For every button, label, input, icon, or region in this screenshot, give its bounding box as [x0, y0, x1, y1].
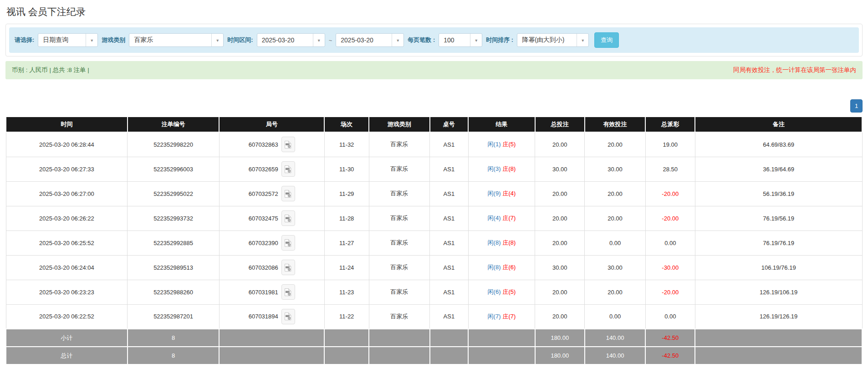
video-replay-button[interactable] — [281, 210, 295, 226]
filter-panel: 请选择: 日期查询 ▾ 游戏类别 百家乐 ▾ 时间区间: 2025-03-20 … — [5, 24, 863, 56]
cell-payout: -20.00 — [645, 181, 695, 206]
header-valid-bet: 有效投注 — [585, 117, 645, 132]
sort-select[interactable]: 降幂(由大到小) ▾ — [517, 33, 589, 47]
cell-total-bet[interactable]: 20.00 — [535, 132, 585, 157]
cell-game-type: 百家乐 — [369, 157, 429, 181]
cell-payout: -20.00 — [645, 280, 695, 304]
subtotal-empty — [324, 329, 369, 347]
game-type-select[interactable]: 百家乐 ▾ — [129, 33, 224, 47]
video-replay-button[interactable] — [281, 137, 295, 152]
header-session: 场次 — [324, 117, 369, 132]
cell-payout: 0.00 — [645, 231, 695, 255]
table-row: 2025-03-20 06:23:23 522352988260 6070319… — [6, 280, 862, 304]
date-to-value: 2025-03-20 — [336, 36, 392, 44]
chevron-down-icon: ▾ — [577, 34, 588, 46]
query-type-label: 请选择: — [15, 36, 34, 44]
result-banker: 庄(5) — [502, 141, 516, 148]
video-replay-button[interactable] — [281, 260, 295, 275]
cell-result: 闲(4)庄(7) — [468, 206, 535, 231]
cell-total-bet[interactable]: 20.00 — [535, 304, 585, 329]
cell-total-bet[interactable]: 20.00 — [535, 181, 585, 206]
cell-table-no: AS1 — [430, 132, 469, 157]
sort-value: 降幂(由大到小) — [517, 36, 577, 44]
result-player: 闲(4) — [488, 215, 501, 221]
cell-bet-id: 522352989513 — [128, 255, 219, 280]
table-row: 2025-03-20 06:24:04 522352989513 6070320… — [6, 255, 862, 280]
cell-total-bet[interactable]: 30.00 — [535, 157, 585, 181]
video-replay-button[interactable] — [281, 161, 295, 177]
page-1-button[interactable]: 1 — [850, 99, 863, 113]
cell-result: 闲(3)庄(8) — [468, 157, 535, 181]
cell-result: 闲(8)庄(6) — [468, 255, 535, 280]
video-file-icon — [284, 288, 292, 297]
cell-payout: 28.50 — [645, 157, 695, 181]
date-from-select[interactable]: 2025-03-20 ▾ — [257, 33, 325, 47]
subtotal-valid-bet: 140.00 — [585, 329, 645, 347]
cell-total-bet[interactable]: 30.00 — [535, 255, 585, 280]
cell-time: 2025-03-20 06:24:04 — [6, 255, 128, 280]
cell-table-no: AS1 — [430, 231, 469, 255]
round-id-text: 607032572 — [249, 190, 278, 197]
result-player: 闲(8) — [488, 264, 501, 271]
cell-valid-bet: 30.00 — [585, 255, 645, 280]
cell-round-id: 607032086 — [219, 255, 324, 280]
round-id-text: 607032863 — [249, 141, 278, 148]
pagination: 1 — [5, 99, 863, 113]
cell-time: 2025-03-20 06:27:00 — [6, 181, 128, 206]
note-text: 同局有效投注，统一计算在该局第一张注单内 — [733, 66, 856, 74]
header-result: 结果 — [468, 117, 535, 132]
header-total-bet: 总投注 — [535, 117, 585, 132]
cell-bet-id: 522352995022 — [128, 181, 219, 206]
result-player: 闲(7) — [488, 313, 501, 320]
cell-payout: 19.00 — [645, 132, 695, 157]
query-type-select[interactable]: 日期查询 ▾ — [38, 33, 98, 47]
video-replay-button[interactable] — [281, 284, 295, 300]
chevron-down-icon: ▾ — [313, 34, 325, 46]
table-row: 2025-03-20 06:27:00 522352995022 6070325… — [6, 181, 862, 206]
video-file-icon — [284, 165, 292, 174]
cell-valid-bet: 20.00 — [585, 280, 645, 304]
result-banker: 庄(7) — [502, 215, 516, 221]
summary-bar: 币别 : 人民币 | 总共 :8 注单 | 同局有效投注，统一计算在该局第一张注… — [5, 61, 863, 79]
result-banker: 庄(8) — [502, 239, 516, 246]
round-id-text: 607032475 — [249, 215, 278, 222]
cell-remark: 126.19/126.19 — [695, 304, 862, 329]
sort-label: 时间排序 : — [486, 36, 513, 44]
date-to-select[interactable]: 2025-03-20 ▾ — [336, 33, 404, 47]
date-from-value: 2025-03-20 — [257, 36, 313, 44]
cell-session: 11-22 — [324, 304, 369, 329]
cell-session: 11-27 — [324, 231, 369, 255]
total-valid-bet: 140.00 — [585, 347, 645, 364]
video-replay-button[interactable] — [281, 309, 295, 324]
cell-total-bet[interactable]: 20.00 — [535, 231, 585, 255]
total-empty — [430, 347, 469, 364]
page-size-value: 100 — [439, 36, 470, 44]
cell-bet-id: 522352987201 — [128, 304, 219, 329]
chevron-down-icon: ▾ — [211, 34, 223, 46]
cell-round-id: 607032659 — [219, 157, 324, 181]
cell-total-bet[interactable]: 20.00 — [535, 280, 585, 304]
cell-time: 2025-03-20 06:28:44 — [6, 132, 128, 157]
page-size-select[interactable]: 100 ▾ — [439, 33, 482, 47]
total-empty — [219, 347, 324, 364]
query-button[interactable]: 查询 — [594, 32, 619, 48]
table-row: 2025-03-20 06:22:52 522352987201 6070318… — [6, 304, 862, 329]
cell-result: 闲(7)庄(7) — [468, 304, 535, 329]
cell-result: 闲(6)庄(5) — [468, 280, 535, 304]
cell-payout: -20.00 — [645, 206, 695, 231]
cell-bet-id: 522352996003 — [128, 157, 219, 181]
cell-table-no: AS1 — [430, 280, 469, 304]
video-replay-button[interactable] — [281, 235, 295, 251]
total-empty — [695, 347, 862, 364]
cell-remark: 106.19/76.19 — [695, 255, 862, 280]
cell-session: 11-28 — [324, 206, 369, 231]
cell-game-type: 百家乐 — [369, 206, 429, 231]
chevron-down-icon: ▾ — [86, 34, 97, 46]
video-replay-button[interactable] — [281, 186, 295, 201]
total-empty — [324, 347, 369, 364]
result-banker: 庄(4) — [502, 190, 516, 197]
subtotal-row: 小计 8 180.00 140.00 -42.50 — [6, 329, 862, 347]
table-row: 2025-03-20 06:27:33 522352996003 6070326… — [6, 157, 862, 181]
cell-total-bet[interactable]: 20.00 — [535, 206, 585, 231]
cell-table-no: AS1 — [430, 206, 469, 231]
